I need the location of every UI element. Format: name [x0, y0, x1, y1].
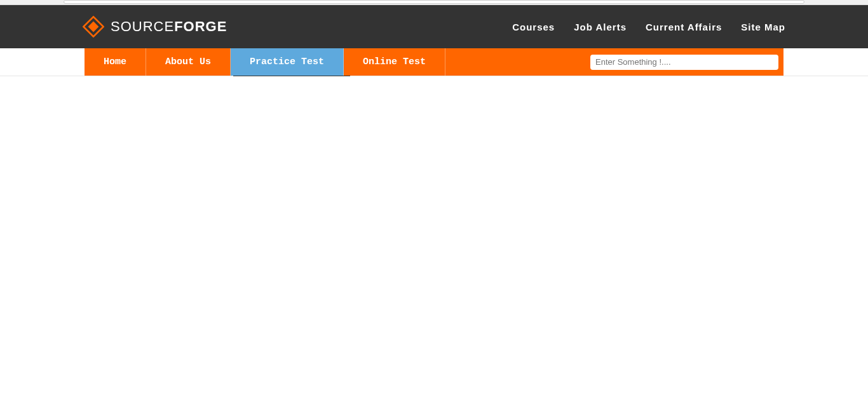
browser-chrome-hint — [0, 0, 868, 5]
logo[interactable]: SOURCEFORGE — [83, 16, 227, 37]
search-wrap — [590, 48, 783, 76]
search-input[interactable] — [590, 55, 778, 70]
top-nav: Courses Job Alerts Current Affairs Site … — [512, 22, 785, 32]
nav-spacer — [445, 48, 590, 76]
site-header: SOURCEFORGE Courses Job Alerts Current A… — [0, 5, 868, 48]
topnav-current-affairs[interactable]: Current Affairs — [646, 22, 722, 32]
logo-text: SOURCEFORGE — [111, 18, 227, 35]
svg-rect-1 — [88, 22, 99, 32]
main-nav: Home About Us Practice Test Online Test … — [85, 48, 783, 76]
main-nav-row: Home About Us Practice Test Online Test … — [0, 48, 868, 76]
nav-home[interactable]: Home — [85, 48, 146, 76]
topnav-site-map[interactable]: Site Map — [741, 22, 785, 32]
nav-practice-test[interactable]: Practice Test — [231, 48, 344, 76]
logo-icon — [83, 16, 104, 37]
dropdown-item-php-course[interactable]: PHP Course — [233, 76, 350, 76]
practice-test-dropdown: PHP Course Java MySql Database C and C++… — [233, 76, 350, 76]
nav-about-us[interactable]: About Us — [146, 48, 231, 76]
nav-online-test[interactable]: Online Test — [344, 48, 445, 76]
topnav-courses[interactable]: Courses — [512, 22, 555, 32]
address-bar-outline — [64, 0, 804, 4]
topnav-job-alerts[interactable]: Job Alerts — [574, 22, 627, 32]
